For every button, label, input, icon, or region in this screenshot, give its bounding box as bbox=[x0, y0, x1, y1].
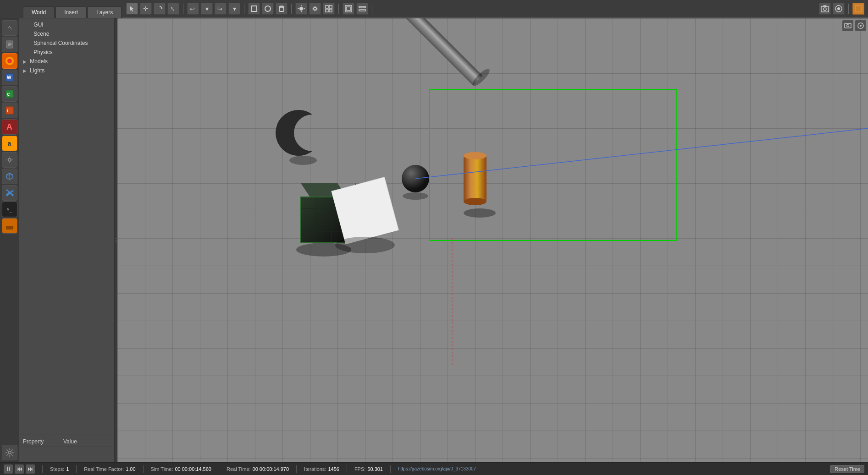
svg-rect-24 bbox=[821, 6, 829, 12]
select-tool[interactable] bbox=[126, 3, 138, 15]
home-icon[interactable]: ⌂ bbox=[2, 20, 17, 36]
align-tool-btn[interactable] bbox=[356, 3, 368, 15]
panel-properties: Property Value bbox=[19, 435, 114, 462]
point-light-btn[interactable] bbox=[309, 3, 321, 15]
translate-tool[interactable]: ✛ bbox=[140, 3, 152, 15]
svg-text:C: C bbox=[7, 92, 10, 97]
sun-light-btn[interactable] bbox=[295, 3, 307, 15]
iterations-item: Iterations: 1456 bbox=[304, 466, 339, 472]
reset-time-btn[interactable]: Reset Time bbox=[830, 465, 864, 473]
svg-rect-17 bbox=[329, 5, 332, 8]
redo-dropdown[interactable]: ▾ bbox=[228, 3, 240, 15]
sep1 bbox=[183, 4, 183, 14]
tree-item-physics[interactable]: Physics bbox=[19, 48, 114, 57]
svg-point-70 bbox=[860, 25, 862, 27]
file-icon[interactable] bbox=[2, 37, 17, 52]
sep-4 bbox=[219, 465, 219, 473]
layers-tab[interactable]: Layers bbox=[88, 6, 122, 18]
tree-item-models[interactable]: ▶ Models bbox=[19, 57, 114, 66]
svg-point-28 bbox=[837, 7, 840, 10]
font-icon[interactable]: A bbox=[2, 119, 17, 135]
step-back-btn[interactable]: ⏮ bbox=[15, 464, 24, 474]
svg-rect-16 bbox=[326, 5, 328, 8]
snap-tool-btn[interactable] bbox=[343, 3, 354, 15]
svg-text:⤡: ⤡ bbox=[170, 5, 175, 12]
main-content: ⌂ W C I A a $_ bbox=[0, 18, 868, 462]
scale-tool[interactable]: ⤡ bbox=[167, 3, 179, 15]
panel-tabs: World Insert Layers bbox=[0, 0, 122, 18]
cube-icon[interactable] bbox=[2, 169, 17, 184]
real-time-item: Real Time: 00 00:00:14.970 bbox=[227, 466, 289, 472]
cylinder-shape-btn[interactable] bbox=[276, 3, 287, 15]
url-item: https://gazebosim.org/api/0_37133007 bbox=[398, 466, 476, 471]
top-bar: World Insert Layers ✛ ⤡ ↩ ▾ ↪ ▾ bbox=[0, 0, 868, 18]
screenshot-btn[interactable] bbox=[819, 3, 831, 15]
svg-point-68 bbox=[847, 25, 849, 27]
viewport[interactable] bbox=[117, 18, 868, 462]
sep3 bbox=[291, 4, 292, 14]
amazon-icon[interactable]: a bbox=[2, 136, 17, 151]
svg-text:I: I bbox=[7, 109, 8, 113]
calc-icon[interactable]: C bbox=[2, 86, 17, 102]
viewport-screenshot-btn[interactable] bbox=[842, 20, 853, 31]
svg-point-6 bbox=[265, 6, 271, 11]
svg-text:W: W bbox=[7, 75, 11, 80]
bottom-settings-icon[interactable] bbox=[2, 445, 17, 460]
svg-text:↩: ↩ bbox=[190, 5, 195, 12]
svg-point-42 bbox=[8, 158, 11, 161]
tree-item-scene[interactable]: Scene bbox=[19, 29, 114, 38]
firefox-icon[interactable] bbox=[2, 53, 17, 69]
sep-7 bbox=[390, 465, 391, 473]
world-tab[interactable]: World bbox=[23, 6, 55, 18]
orange-tool-btn[interactable] bbox=[852, 3, 864, 15]
svg-rect-22 bbox=[359, 6, 365, 8]
svg-point-14 bbox=[314, 7, 316, 10]
panel-tree: GUI Scene Spherical Coordinates Physics … bbox=[19, 18, 114, 435]
grid-tool-btn[interactable] bbox=[323, 3, 335, 15]
svg-point-9 bbox=[299, 7, 303, 11]
box-shape-btn[interactable] bbox=[248, 3, 260, 15]
rotate-tool[interactable] bbox=[154, 3, 166, 15]
terminal-icon[interactable]: $_ bbox=[2, 202, 17, 217]
pause-btn[interactable]: ⏸ bbox=[4, 464, 13, 474]
vscode-icon[interactable] bbox=[2, 185, 17, 201]
status-bar: ⏸ ⏮ ⏭ Steps: 1 Real Time Factor: 1.00 Si… bbox=[0, 462, 868, 475]
sep-3 bbox=[143, 465, 144, 473]
viewport-record-btn[interactable] bbox=[855, 20, 866, 31]
svg-rect-23 bbox=[359, 10, 365, 11]
tree-item-lights[interactable]: ▶ Lights bbox=[19, 66, 114, 75]
redo-btn[interactable]: ↪ bbox=[215, 3, 227, 15]
sep4 bbox=[338, 4, 339, 14]
viewport-controls bbox=[842, 20, 866, 31]
grid-background bbox=[117, 18, 868, 462]
left-panel: GUI Scene Spherical Coordinates Physics … bbox=[19, 18, 115, 462]
svg-rect-18 bbox=[326, 9, 328, 12]
settings-icon[interactable] bbox=[2, 152, 17, 168]
fps-item: FPS: 50.301 bbox=[354, 466, 383, 472]
undo-dropdown[interactable]: ▾ bbox=[201, 3, 213, 15]
sep6 bbox=[848, 4, 849, 14]
sphere-shape-btn[interactable] bbox=[262, 3, 274, 15]
writer-icon[interactable]: W bbox=[2, 70, 17, 85]
undo-btn[interactable]: ↩ bbox=[187, 3, 199, 15]
toolbar: ✛ ⤡ ↩ ▾ ↪ ▾ bbox=[122, 0, 868, 18]
tree-item-spherical-coords[interactable]: Spherical Coordinates bbox=[19, 38, 114, 48]
steps-item: Steps: 1 bbox=[50, 466, 69, 472]
rtf-item: Real Time Factor: 1.00 bbox=[84, 466, 135, 472]
gazebo-icon[interactable] bbox=[2, 218, 17, 234]
svg-rect-20 bbox=[345, 5, 352, 12]
sep5 bbox=[372, 4, 372, 14]
svg-text:↪: ↪ bbox=[217, 5, 222, 12]
svg-point-45 bbox=[8, 451, 11, 454]
impress-icon[interactable]: I bbox=[2, 103, 17, 118]
record-btn[interactable] bbox=[833, 3, 845, 15]
svg-rect-19 bbox=[329, 9, 332, 12]
tree-item-gui[interactable]: GUI bbox=[19, 20, 114, 29]
insert-tab[interactable]: Insert bbox=[55, 6, 87, 18]
svg-rect-5 bbox=[251, 6, 257, 11]
step-fwd-btn[interactable]: ⏭ bbox=[26, 464, 35, 474]
svg-point-35 bbox=[7, 59, 12, 63]
svg-text:✛: ✛ bbox=[143, 5, 149, 12]
sep2 bbox=[244, 4, 244, 14]
svg-point-25 bbox=[824, 8, 826, 11]
